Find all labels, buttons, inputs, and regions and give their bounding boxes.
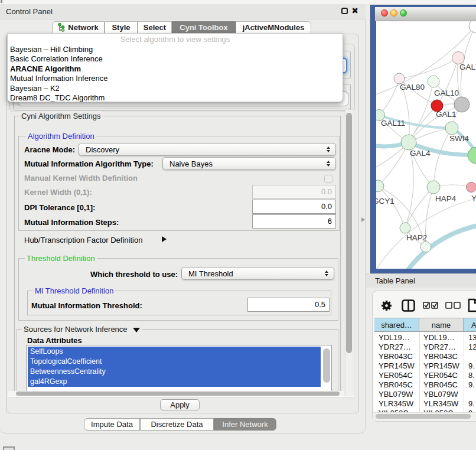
node-label-gal1: GAL1 [436, 110, 457, 119]
algorithm-option-3[interactable]: ARACNE Algorithm [10, 64, 341, 74]
close-traffic-light-icon[interactable] [381, 9, 388, 17]
gear-icon[interactable] [381, 300, 392, 311]
column-header-2[interactable]: name [419, 318, 464, 332]
tab-network[interactable]: Network [52, 21, 105, 34]
network-edge[interactable] [378, 142, 409, 186]
split-columns-icon[interactable] [402, 299, 415, 312]
table-cell[interactable]: YPR145W [379, 361, 415, 370]
network-canvas[interactable]: GAL7GAL80GAL10GAL1GAL11SWI4GAL4GCY1HAP4Y… [376, 21, 476, 269]
table-cell[interactable]: 13 [468, 333, 476, 342]
n-big-green[interactable] [468, 147, 476, 164]
apply-button[interactable]: Apply [160, 399, 200, 410]
close-icon[interactable]: ✖ [351, 6, 359, 15]
expand-arrow-icon[interactable] [162, 236, 167, 242]
kernel-width-label: Kernel Width (0,1): [24, 188, 92, 197]
table-cell[interactable]: YLR345W [379, 399, 413, 408]
table-cell[interactable]: YBR045C [379, 380, 413, 389]
algorithm-option-1[interactable]: Bayesian – Hill Climbing [10, 45, 341, 54]
table-cell[interactable]: YER054C [379, 371, 413, 380]
column-header-3[interactable]: A [464, 318, 476, 332]
table-cell[interactable]: YBR043C [379, 352, 413, 361]
unchecked-columns-icon[interactable] [445, 302, 461, 309]
table-cell[interactable]: YDR27… [379, 343, 411, 351]
table-cell[interactable]: YLR345W [423, 399, 458, 408]
aracne-mode-combo[interactable]: Discovery [79, 143, 336, 156]
node-label-gal10: GAL10 [434, 89, 459, 97]
table-cell[interactable]: YDL19… [379, 333, 410, 342]
hap4-node[interactable] [427, 181, 440, 194]
algorithm-option-6[interactable]: Dream8 DC_TDC Algorithm [10, 93, 341, 103]
gal4-node[interactable] [401, 135, 416, 150]
hap2-node[interactable] [400, 223, 410, 233]
table-hscrollbar-thumb[interactable] [376, 414, 471, 419]
tab-impute-data[interactable]: Impute Data [84, 418, 140, 431]
which-threshold-combo[interactable]: MI Threshold [181, 267, 334, 280]
mi-steps-field[interactable]: 6 [252, 214, 336, 229]
table-cell[interactable]: 12 [468, 343, 476, 351]
attribute-list-scrollbar-thumb[interactable] [323, 348, 330, 383]
n-white-mid[interactable] [428, 76, 439, 87]
table-cell[interactable]: YDL19… [423, 333, 455, 342]
table-cell[interactable]: 9. [468, 399, 475, 408]
table-cell[interactable]: YBR045C [423, 380, 458, 389]
dpi-tolerance-field[interactable]: 0.0 [252, 200, 336, 214]
mi-threshold-field[interactable]: 0.5 [247, 298, 330, 312]
n-pink-right[interactable] [467, 182, 476, 193]
tab-jactivemnodules[interactable]: jActiveMNodules [236, 21, 311, 34]
attribute-item[interactable]: TopologicalCoefficient [28, 357, 321, 367]
table-cell[interactable]: YDR27… [423, 343, 456, 351]
float-window-icon[interactable] [341, 8, 348, 14]
swi4-node[interactable] [445, 122, 458, 135]
manual-kernel-checkbox[interactable] [324, 175, 332, 183]
vertical-scrollbar-thumb[interactable] [346, 113, 352, 353]
tab-cyni-toolbox[interactable]: Cyni Toolbox [172, 21, 236, 34]
table-cell[interactable]: YPR145W [423, 361, 459, 370]
table-cell[interactable]: 8. [468, 371, 475, 380]
algorithm-definition-title: Algorithm Definition [26, 132, 96, 141]
tab-style[interactable]: Style [105, 21, 138, 34]
table-cell[interactable]: YER054C [423, 371, 458, 380]
network-edge[interactable] [405, 187, 433, 228]
tab-label: Cyni Toolbox [180, 23, 227, 32]
attribute-item[interactable]: SelfLoops [28, 347, 321, 357]
n-bottom-cut[interactable] [420, 242, 431, 252]
table-cell[interactable]: YBL079W [423, 390, 458, 399]
network-edge[interactable] [437, 58, 458, 106]
collapse-arrow-icon[interactable] [133, 328, 140, 332]
data-attributes-list[interactable]: SelfLoopsTopologicalCoefficientBetweenne… [26, 345, 332, 396]
network-tree-icon [58, 23, 65, 32]
column-header-1[interactable]: shared… [374, 318, 419, 332]
table-cell[interactable]: YBR043C [423, 352, 458, 361]
zoom-traffic-light-icon[interactable] [400, 9, 407, 17]
network-edge[interactable] [399, 58, 458, 79]
algorithm-dropdown-popup: Select algorithm to view settings Bayesi… [7, 33, 343, 102]
algorithm-option-5[interactable]: Bayesian – K2 [10, 84, 341, 93]
corner-widget[interactable] [3, 446, 15, 450]
data-attributes-label: Data Attributes [27, 336, 82, 345]
minimize-traffic-light-icon[interactable] [390, 9, 397, 17]
table-cell[interactable]: YBL079W [379, 390, 413, 399]
network-edge[interactable] [407, 226, 476, 269]
dpi-tolerance-label: DPI Tolerance [0,1]: [24, 203, 95, 212]
tab-infer-network[interactable]: Infer Network [214, 418, 276, 431]
checked-columns-icon[interactable] [423, 302, 438, 309]
n-top-right[interactable] [469, 21, 476, 32]
network-edge[interactable] [378, 186, 405, 228]
table-cell[interactable]: 9. [468, 361, 475, 370]
horizontal-scrollbar-thumb[interactable] [16, 392, 340, 396]
document-icon[interactable] [468, 298, 476, 312]
algorithm-option-4[interactable]: Mutual Information Inference [10, 74, 341, 83]
node-label-hap4: HAP4 [435, 194, 457, 203]
tab-discretize-data[interactable]: Discretize Data [140, 418, 214, 431]
table-cell[interactable]: 9. [468, 380, 475, 389]
attribute-item[interactable]: BetweennessCentrality [28, 367, 321, 377]
node-table[interactable]: shared…nameA YDL19…YDL19…13YDR27…YDR27…1… [374, 318, 476, 412]
gal10-node[interactable] [454, 97, 470, 112]
splitter-arrow-icon[interactable] [361, 217, 365, 222]
network-edge[interactable] [379, 79, 399, 115]
algorithm-option-2[interactable]: Basic Correlation Inference [10, 54, 341, 64]
gcy1-node[interactable] [376, 180, 384, 192]
mi-type-combo[interactable]: Naive Bayes [162, 157, 336, 170]
attribute-item[interactable]: gal4RGexp [28, 377, 321, 387]
tab-select[interactable]: Select [138, 21, 172, 34]
